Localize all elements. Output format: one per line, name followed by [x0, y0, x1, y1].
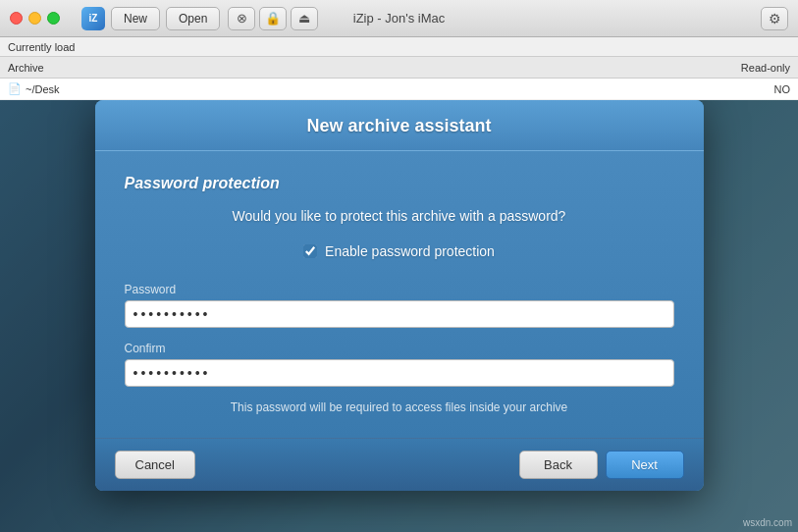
- col-archive: Archive: [8, 62, 86, 74]
- password-group: Password: [125, 283, 674, 328]
- traffic-lights: [10, 12, 60, 25]
- toolbar-buttons: iZ New Open: [76, 7, 220, 30]
- lock-button[interactable]: 🔒: [259, 7, 287, 30]
- modal-body: Password protection Would you like to pr…: [95, 151, 704, 438]
- modal-title: New archive assistant: [115, 116, 684, 136]
- enable-password-label[interactable]: Enable password protection: [325, 243, 495, 259]
- confirm-group: Confirm: [125, 342, 674, 387]
- password-input[interactable]: [125, 300, 674, 328]
- password-label: Password: [125, 283, 674, 296]
- minimize-button[interactable]: [28, 12, 41, 25]
- enable-password-row: Enable password protection: [125, 243, 674, 259]
- col-readonly: Read-only: [712, 62, 790, 74]
- app-icon: iZ: [81, 7, 105, 30]
- new-button[interactable]: New: [111, 7, 160, 30]
- row-readonly: NO: [712, 83, 790, 95]
- modal-title-bar: New archive assistant: [95, 100, 704, 151]
- maximize-button[interactable]: [47, 12, 60, 25]
- row-archive: ~/Desk: [26, 83, 104, 95]
- row-archive-icon: 📄: [8, 82, 22, 95]
- title-bar: iZ New Open ⊗ 🔒 ⏏ iZip - Jon's iMac ⚙: [0, 0, 798, 37]
- table-row: 📄 ~/Desk NO: [0, 79, 798, 100]
- watermark: wsxdn.com: [743, 517, 792, 528]
- question-text: Would you like to protect this archive w…: [125, 208, 674, 224]
- confirm-input[interactable]: [125, 359, 674, 387]
- confirm-label: Confirm: [125, 342, 674, 355]
- currently-loaded-label: Currently load: [0, 37, 798, 57]
- back-nav-button[interactable]: ⊗: [228, 7, 255, 30]
- eject-button[interactable]: ⏏: [291, 7, 318, 30]
- section-title: Password protection: [125, 175, 674, 192]
- background-area: New archive assistant Password protectio…: [0, 100, 798, 532]
- toolbar-icon-group: ⊗ 🔒 ⏏: [228, 7, 318, 30]
- main-area: Currently load Archive Read-only 📄 ~/Des…: [0, 37, 798, 532]
- back-button[interactable]: Back: [519, 451, 598, 479]
- table-header: Archive Read-only: [0, 57, 798, 79]
- gear-button[interactable]: ⚙: [761, 7, 788, 30]
- close-button[interactable]: [10, 12, 23, 25]
- open-button[interactable]: Open: [166, 7, 220, 30]
- next-button[interactable]: Next: [606, 451, 684, 479]
- enable-password-checkbox[interactable]: [303, 244, 317, 258]
- cancel-button[interactable]: Cancel: [115, 451, 195, 479]
- modal-overlay: New archive assistant Password protectio…: [0, 100, 798, 532]
- modal-dialog: New archive assistant Password protectio…: [95, 100, 704, 491]
- modal-footer: Cancel Back Next: [95, 438, 704, 491]
- window-title: iZip - Jon's iMac: [353, 11, 446, 26]
- btn-group-right: Back Next: [519, 451, 684, 479]
- hint-text: This password will be required to access…: [125, 400, 674, 414]
